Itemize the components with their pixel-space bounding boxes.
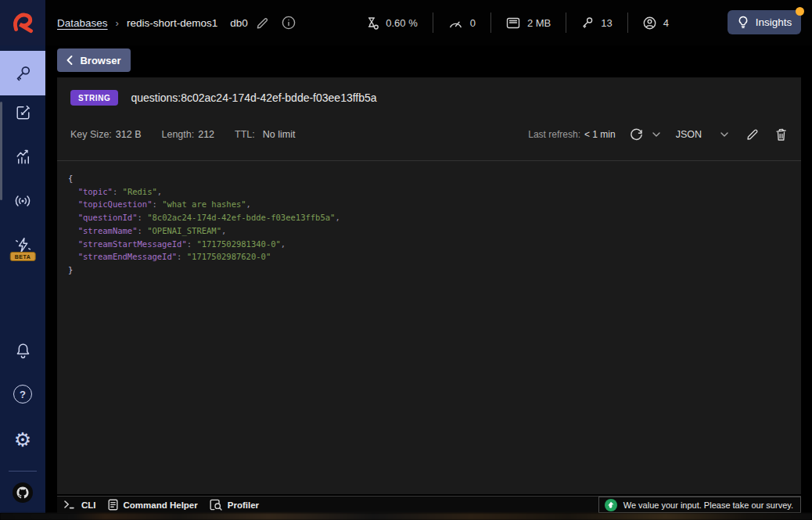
command-helper-label: Command Helper <box>124 500 198 510</box>
key-header: STRING questions:8c02ac24-174d-42ef-bdde… <box>70 90 377 106</box>
code-token: "streamEndMessageId" <box>68 252 177 261</box>
settings-button[interactable]: ⚙ <box>0 422 45 457</box>
memory-stat[interactable]: 2 MB <box>491 17 566 29</box>
redis-logo[interactable] <box>0 0 45 45</box>
db-index: db0 <box>230 17 248 29</box>
key-meta-row: Key Size: 312 B Length: 212 TTL: No limi… <box>70 124 788 145</box>
last-refresh-value: < 1 min <box>584 129 616 140</box>
value-format-value: JSON <box>676 129 702 140</box>
code-line: "questionId": "8c02ac24-174d-42ef-bdde-f… <box>68 211 340 224</box>
sidebar-item-pubsub[interactable] <box>0 184 45 218</box>
length-meta: Length: 212 <box>161 129 214 140</box>
commands-per-sec-stat[interactable]: 0 <box>433 17 490 29</box>
cpu-value: 0.60 % <box>386 17 417 29</box>
sidebar-item-browser[interactable] <box>0 51 45 95</box>
memory-icon <box>506 17 520 29</box>
key-stat-icon <box>581 16 594 29</box>
code-token: "8c02ac24-174d-42ef-bdde-f03ee13ffb5a" <box>147 213 335 222</box>
redisinsight-app: Databases › redis-short-demos1 db0 <box>0 0 812 520</box>
key-icon <box>13 63 33 84</box>
cpu-stat[interactable]: 0.60 % <box>351 16 432 30</box>
key-name[interactable]: questions:8c02ac24-174d-42ef-bdde-f03ee1… <box>131 91 376 104</box>
memory-value: 2 MB <box>527 17 551 29</box>
terminal-icon <box>64 500 76 509</box>
ttl-value[interactable]: No limit <box>263 129 296 140</box>
ttl-meta[interactable]: TTL: No limit <box>235 129 295 140</box>
total-keys-stat[interactable]: 13 <box>566 16 627 29</box>
profiler-label: Profiler <box>228 500 259 510</box>
code-line: "streamStartMessageId": "1717502981340-0… <box>68 238 340 251</box>
edge-scrollbar[interactable] <box>0 102 2 200</box>
github-button[interactable] <box>0 475 45 510</box>
code-token: } <box>68 265 73 274</box>
top-bar: Databases › redis-short-demos1 db0 <box>0 0 812 45</box>
code-token: : <box>152 199 162 209</box>
command-helper-button[interactable]: Command Helper <box>108 499 198 511</box>
code-token: "1717502981340-0" <box>196 239 280 249</box>
lightbulb-icon <box>737 16 749 29</box>
code-token: "Redis" <box>123 187 157 196</box>
code-token: "streamStartMessageId" <box>68 239 187 249</box>
code-token: : <box>177 252 187 261</box>
workbench-icon <box>13 102 33 122</box>
profiler-button[interactable]: Profiler <box>210 499 259 511</box>
code-token: , <box>281 239 286 249</box>
code-line: "topic": "Redis", <box>68 185 340 199</box>
analytics-chart-icon <box>13 147 33 167</box>
notification-center-button[interactable] <box>0 333 45 368</box>
gauge-icon <box>448 17 463 29</box>
commands-per-sec-value: 0 <box>470 17 476 29</box>
total-keys-value: 13 <box>601 17 612 29</box>
connected-clients-stat[interactable]: 4 <box>628 16 684 30</box>
refresh-button[interactable] <box>630 128 643 142</box>
edit-database-alias-button[interactable] <box>256 16 269 30</box>
insights-notification-dot <box>796 7 804 16</box>
browser-back-button[interactable]: Browser <box>57 48 131 72</box>
github-icon <box>12 482 34 504</box>
key-details-panel: STRING questions:8c02ac24-174d-42ef-bdde… <box>57 77 801 494</box>
sidebar-item-analytics[interactable] <box>0 139 45 174</box>
code-line: { <box>68 172 340 185</box>
edit-value-button[interactable] <box>746 127 760 142</box>
code-token: , <box>246 199 251 209</box>
sidebar-item-workbench[interactable] <box>0 95 45 129</box>
key-type-badge: STRING <box>70 90 118 106</box>
sidebar: BETA ? ⚙ <box>0 45 45 513</box>
code-line: } <box>68 264 340 277</box>
chevron-down-icon <box>720 132 728 137</box>
code-token: , <box>335 213 340 222</box>
code-token: "streamName" <box>68 226 138 235</box>
cli-label: CLI <box>81 500 96 510</box>
browser-back-label: Browser <box>80 55 120 66</box>
code-line: "streamEndMessageId": "1717502987620-0" <box>68 250 340 264</box>
feedback-icon <box>605 499 617 511</box>
database-info-icon[interactable] <box>282 16 296 30</box>
breadcrumb-databases-link[interactable]: Databases <box>57 17 108 29</box>
code-token: , <box>221 226 226 235</box>
cli-button[interactable]: CLI <box>64 500 96 510</box>
code-token: "OPENAI_STREAM" <box>147 226 221 235</box>
code-token: "questionId" <box>68 213 138 222</box>
value-content[interactable]: { "topic": "Redis", "topicQuestion": "wh… <box>68 172 340 277</box>
code-line: "streamName": "OPENAI_STREAM", <box>68 224 340 238</box>
help-icon: ? <box>13 385 32 403</box>
code-token: : <box>113 187 123 196</box>
auto-refresh-chevron-icon[interactable] <box>652 132 660 137</box>
insights-button-label: Insights <box>756 16 792 28</box>
insights-button[interactable]: Insights <box>728 10 801 34</box>
delete-key-button[interactable] <box>774 127 788 142</box>
database-name: redis-short-demos1 <box>127 17 217 29</box>
help-center-button[interactable]: ? <box>0 377 45 411</box>
survey-text: We value your input. Please take our sur… <box>623 500 793 510</box>
value-format-selector[interactable]: JSON <box>676 129 728 140</box>
bottom-toolbar: CLI Command Helper Profiler We valu <box>57 496 801 513</box>
code-token: , <box>157 187 162 196</box>
gear-icon: ⚙ <box>14 430 31 450</box>
code-token: "1717502987620-0" <box>187 252 271 261</box>
code-line: "topicQuestion": "what are hashes", <box>68 198 340 211</box>
code-token: : <box>138 213 148 222</box>
code-token: : <box>138 226 148 235</box>
code-token: "what are hashes" <box>162 199 246 209</box>
survey-link[interactable]: We value your input. Please take our sur… <box>598 497 801 513</box>
last-refresh-label: Last refresh: <box>528 129 580 140</box>
